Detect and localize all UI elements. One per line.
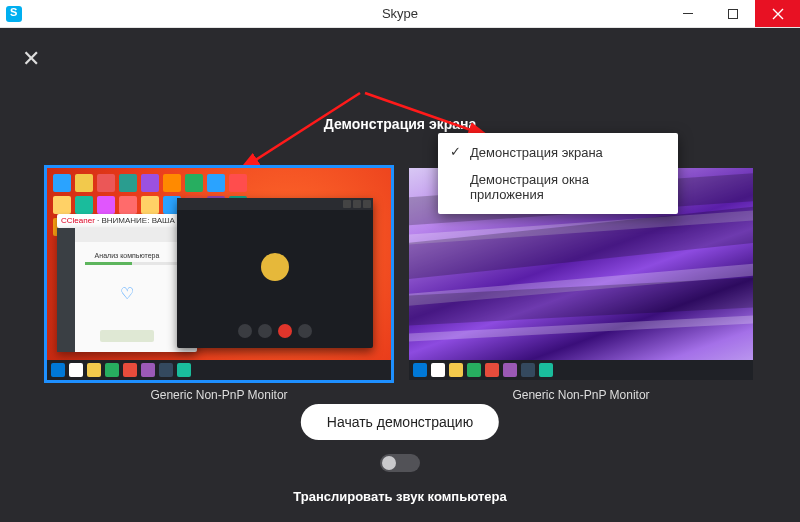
desktop-preview-1: CCleaner · ВНИМАНИЕ: ВАША КОНФИДЕНЦИАЛЬН… (47, 168, 391, 380)
avatar-icon (261, 253, 289, 281)
taskbar-preview-2 (409, 360, 753, 380)
monitor-option-1: CCleaner · ВНИМАНИЕ: ВАША КОНФИДЕНЦИАЛЬН… (47, 168, 391, 402)
share-mode-heading[interactable]: Демонстрация экрана (324, 116, 477, 132)
window-controls (665, 0, 800, 27)
share-mode-menu: Демонстрация экрана Демонстрация окна пр… (438, 133, 678, 214)
menu-item-share-screen[interactable]: Демонстрация экрана (438, 139, 678, 166)
share-screen-panel: ✕ Демонстрация экрана Демонстрация экран… (0, 28, 800, 522)
window-title: Skype (382, 6, 418, 21)
window-close-button[interactable] (755, 0, 800, 27)
window-titlebar: Skype (0, 0, 800, 28)
share-audio-toggle[interactable] (380, 454, 420, 472)
start-sharing-button[interactable]: Начать демонстрацию (301, 404, 499, 440)
window-maximize-button[interactable] (710, 0, 755, 27)
close-panel-button[interactable]: ✕ (22, 46, 40, 72)
monitor-label-1: Generic Non-PnP Monitor (47, 388, 391, 402)
monitor-label-2: Generic Non-PnP Monitor (409, 388, 753, 402)
skype-logo-icon (6, 6, 22, 22)
menu-item-share-window[interactable]: Демонстрация окна приложения (438, 166, 678, 208)
monitor-thumbnail-1[interactable]: CCleaner · ВНИМАНИЕ: ВАША КОНФИДЕНЦИАЛЬН… (47, 168, 391, 380)
ccleaner-window: Анализ компьютера ♡ (57, 228, 197, 352)
skype-call-window (177, 198, 373, 348)
share-audio-label: Транслировать звук компьютера (293, 489, 506, 504)
window-minimize-button[interactable] (665, 0, 710, 27)
taskbar-preview-1 (47, 360, 391, 380)
